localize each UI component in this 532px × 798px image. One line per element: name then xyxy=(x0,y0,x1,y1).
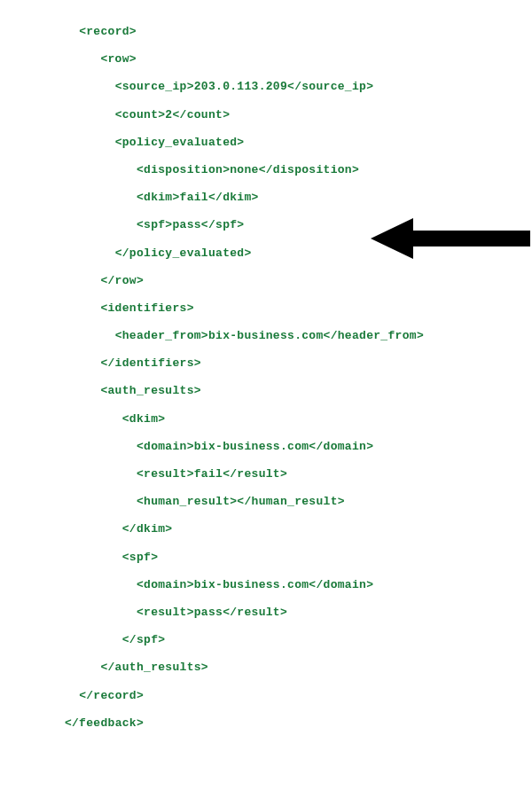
indent xyxy=(0,467,137,481)
xml-line-header-from: <header_from>bix-business.com</header_fr… xyxy=(0,322,532,349)
xml-line-spf-close: </spf> xyxy=(0,626,532,653)
xml-line-row-open: <row> xyxy=(0,45,532,73)
xml-line-feedback-close: </feedback> xyxy=(0,709,532,737)
xml-line-spf-domain: <domain>bix-business.com</domain> xyxy=(0,571,532,598)
tag-source-ip: <source_ip>203.0.113.209</source_ip> xyxy=(115,80,374,93)
tag-spf-result: <result>pass</result> xyxy=(137,606,287,619)
tag-header-from: <header_from>bix-business.com</header_fr… xyxy=(115,329,424,342)
tag-auth-results-open: <auth_results> xyxy=(100,384,200,397)
tag-dkim-open: <dkim> xyxy=(122,412,166,426)
indent xyxy=(0,633,122,646)
indent xyxy=(0,522,122,536)
xml-line-policy-evaluated-open: <policy_evaluated> xyxy=(0,129,532,156)
indent xyxy=(0,52,100,66)
tag-record-open: <record> xyxy=(79,25,137,38)
indent xyxy=(0,606,137,619)
indent xyxy=(0,191,137,204)
xml-line-source-ip: <source_ip>203.0.113.209</source_ip> xyxy=(0,73,532,100)
indent xyxy=(0,218,137,231)
xml-line-dkim-open: <dkim> xyxy=(0,405,532,433)
tag-spf-close: </spf> xyxy=(122,633,166,646)
indent xyxy=(0,495,137,508)
xml-line-auth-results-close: </auth_results> xyxy=(0,653,532,681)
indent xyxy=(0,689,79,702)
indent xyxy=(0,384,100,397)
xml-line-auth-results-open: <auth_results> xyxy=(0,377,532,404)
indent xyxy=(0,136,115,149)
indent xyxy=(0,329,115,342)
indent xyxy=(0,108,115,121)
indent xyxy=(0,274,100,287)
tag-spf-domain: <domain>bix-business.com</domain> xyxy=(137,578,373,591)
xml-report-block: <record> <row> <source_ip>203.0.113.209<… xyxy=(0,18,532,737)
indent xyxy=(0,301,100,315)
xml-line-identifiers-close: </identifiers> xyxy=(0,349,532,377)
tag-identifiers-open: <identifiers> xyxy=(100,301,193,315)
tag-policy-evaluated-open: <policy_evaluated> xyxy=(115,136,245,149)
indent xyxy=(0,578,137,591)
indent xyxy=(0,551,122,564)
tag-spf-policy: <spf>pass</spf> xyxy=(137,218,245,231)
indent xyxy=(0,356,100,370)
tag-disposition: <disposition>none</disposition> xyxy=(137,163,359,176)
indent xyxy=(0,716,65,730)
tag-count: <count>2</count> xyxy=(115,108,231,121)
tag-dkim-human-result: <human_result></human_result> xyxy=(137,495,345,508)
indent xyxy=(0,661,100,674)
xml-line-row-close: </row> xyxy=(0,267,532,294)
tag-dkim-close: </dkim> xyxy=(122,522,173,536)
tag-record-close: </record> xyxy=(79,689,144,702)
xml-line-record-open: <record> xyxy=(0,18,532,45)
xml-line-dkim-result: <result>fail</result> xyxy=(0,460,532,488)
svg-marker-0 xyxy=(371,218,530,259)
indent xyxy=(0,80,115,93)
tag-row-open: <row> xyxy=(100,52,137,66)
indent xyxy=(0,163,137,176)
xml-line-dkim-close: </dkim> xyxy=(0,515,532,543)
xml-line-dkim-policy: <dkim>fail</dkim> xyxy=(0,184,532,211)
xml-line-dkim-domain: <domain>bix-business.com</domain> xyxy=(0,433,532,460)
indent xyxy=(0,440,137,453)
tag-feedback-close: </feedback> xyxy=(65,716,144,730)
indent xyxy=(0,25,79,38)
arrow-left-icon xyxy=(371,218,530,259)
xml-line-dkim-human-result: <human_result></human_result> xyxy=(0,488,532,515)
xml-line-spf-open: <spf> xyxy=(0,544,532,571)
indent xyxy=(0,246,115,260)
tag-policy-evaluated-close: </policy_evaluated> xyxy=(115,246,252,260)
xml-line-count: <count>2</count> xyxy=(0,101,532,129)
xml-line-spf-result: <result>pass</result> xyxy=(0,598,532,626)
tag-dkim-domain: <domain>bix-business.com</domain> xyxy=(137,440,373,453)
tag-identifiers-close: </identifiers> xyxy=(100,356,200,370)
tag-row-close: </row> xyxy=(100,274,144,287)
tag-auth-results-close: </auth_results> xyxy=(100,661,208,674)
tag-dkim-result: <result>fail</result> xyxy=(137,467,287,481)
tag-dkim-policy: <dkim>fail</dkim> xyxy=(137,191,259,204)
xml-line-identifiers-open: <identifiers> xyxy=(0,294,532,322)
xml-line-disposition: <disposition>none</disposition> xyxy=(0,156,532,184)
indent xyxy=(0,412,122,426)
tag-spf-open: <spf> xyxy=(122,551,159,564)
xml-line-record-close: </record> xyxy=(0,682,532,709)
